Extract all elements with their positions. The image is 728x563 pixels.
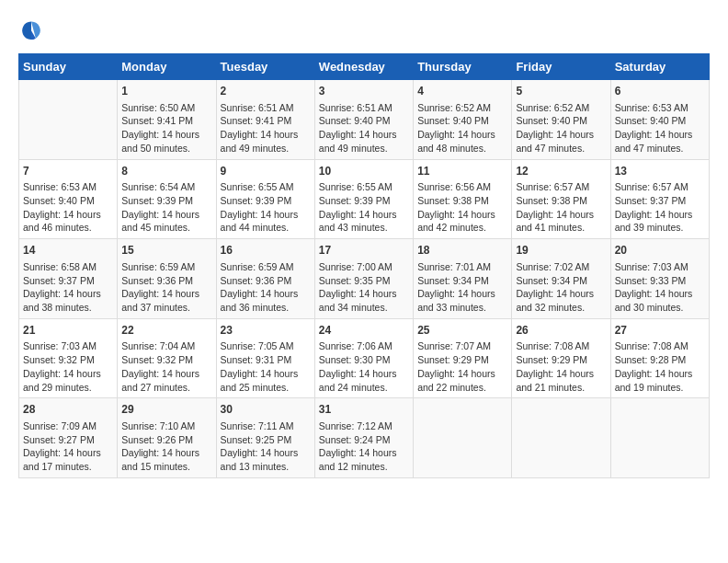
- day-info: Sunrise: 6:59 AM Sunset: 9:36 PM Dayligh…: [221, 260, 311, 315]
- calendar-cell: 2Sunrise: 6:51 AM Sunset: 9:41 PM Daylig…: [216, 80, 314, 160]
- calendar-cell: 18Sunrise: 7:01 AM Sunset: 9:34 PM Dayli…: [414, 239, 512, 319]
- day-info: Sunrise: 7:11 AM Sunset: 9:25 PM Dayligh…: [221, 419, 311, 474]
- day-number: 30: [221, 402, 311, 418]
- weekday-header-wednesday: Wednesday: [314, 54, 413, 80]
- day-number: 24: [319, 323, 409, 339]
- calendar-cell: 16Sunrise: 6:59 AM Sunset: 9:36 PM Dayli…: [216, 239, 314, 319]
- day-number: 11: [417, 164, 507, 179]
- calendar-cell: 23Sunrise: 7:05 AM Sunset: 9:31 PM Dayli…: [216, 318, 314, 398]
- day-number: 25: [417, 323, 507, 339]
- day-number: 19: [516, 243, 606, 259]
- day-number: 7: [23, 164, 113, 179]
- day-info: Sunrise: 6:51 AM Sunset: 9:41 PM Dayligh…: [221, 101, 311, 155]
- calendar-cell: 13Sunrise: 6:57 AM Sunset: 9:37 PM Dayli…: [610, 159, 709, 239]
- calendar-cell: 21Sunrise: 7:03 AM Sunset: 9:32 PM Dayli…: [19, 318, 118, 398]
- calendar-cell: 15Sunrise: 6:59 AM Sunset: 9:36 PM Dayli…: [118, 239, 216, 319]
- day-info: Sunrise: 7:08 AM Sunset: 9:28 PM Dayligh…: [615, 339, 705, 394]
- day-info: Sunrise: 7:03 AM Sunset: 9:33 PM Dayligh…: [615, 260, 705, 315]
- day-info: Sunrise: 7:03 AM Sunset: 9:32 PM Dayligh…: [23, 339, 113, 394]
- calendar-cell: [414, 398, 512, 478]
- calendar-cell: 25Sunrise: 7:07 AM Sunset: 9:29 PM Dayli…: [414, 318, 512, 398]
- calendar-cell: 1Sunrise: 6:50 AM Sunset: 9:41 PM Daylig…: [118, 80, 216, 160]
- day-number: 10: [319, 164, 409, 179]
- calendar-header-row: SundayMondayTuesdayWednesdayThursdayFrid…: [19, 54, 710, 80]
- day-number: 13: [615, 164, 705, 179]
- calendar-cell: 11Sunrise: 6:56 AM Sunset: 9:38 PM Dayli…: [414, 159, 512, 239]
- calendar-cell: 31Sunrise: 7:12 AM Sunset: 9:24 PM Dayli…: [314, 398, 413, 478]
- day-number: 22: [121, 323, 211, 339]
- day-number: 21: [23, 323, 113, 339]
- day-number: 18: [417, 243, 507, 259]
- day-number: 23: [221, 323, 311, 339]
- day-number: 6: [615, 84, 705, 99]
- weekday-header-thursday: Thursday: [414, 54, 512, 80]
- weekday-header-monday: Monday: [118, 54, 216, 80]
- calendar-cell: 27Sunrise: 7:08 AM Sunset: 9:28 PM Dayli…: [610, 318, 709, 398]
- day-info: Sunrise: 6:59 AM Sunset: 9:36 PM Dayligh…: [121, 260, 211, 315]
- day-info: Sunrise: 6:51 AM Sunset: 9:40 PM Dayligh…: [319, 101, 409, 155]
- calendar-cell: [19, 80, 118, 160]
- day-info: Sunrise: 7:04 AM Sunset: 9:32 PM Dayligh…: [121, 339, 211, 394]
- calendar-cell: 6Sunrise: 6:53 AM Sunset: 9:40 PM Daylig…: [610, 80, 709, 160]
- calendar-cell: 12Sunrise: 6:57 AM Sunset: 9:38 PM Dayli…: [512, 159, 610, 239]
- day-info: Sunrise: 6:55 AM Sunset: 9:39 PM Dayligh…: [221, 180, 311, 235]
- day-number: 3: [319, 84, 409, 99]
- day-info: Sunrise: 7:12 AM Sunset: 9:24 PM Dayligh…: [319, 419, 409, 474]
- day-number: 16: [221, 243, 311, 259]
- day-number: 27: [615, 323, 705, 339]
- day-info: Sunrise: 7:08 AM Sunset: 9:29 PM Dayligh…: [516, 339, 606, 394]
- calendar-cell: 19Sunrise: 7:02 AM Sunset: 9:34 PM Dayli…: [512, 239, 610, 319]
- day-number: 29: [121, 402, 211, 418]
- day-info: Sunrise: 7:01 AM Sunset: 9:34 PM Dayligh…: [417, 260, 507, 315]
- calendar-cell: 24Sunrise: 7:06 AM Sunset: 9:30 PM Dayli…: [314, 318, 413, 398]
- day-info: Sunrise: 6:56 AM Sunset: 9:38 PM Dayligh…: [417, 180, 507, 235]
- day-info: Sunrise: 6:54 AM Sunset: 9:39 PM Dayligh…: [121, 180, 211, 235]
- calendar-cell: [512, 398, 610, 478]
- calendar-cell: 29Sunrise: 7:10 AM Sunset: 9:26 PM Dayli…: [118, 398, 216, 478]
- day-number: 17: [319, 243, 409, 259]
- day-info: Sunrise: 7:09 AM Sunset: 9:27 PM Dayligh…: [23, 419, 113, 474]
- day-info: Sunrise: 7:02 AM Sunset: 9:34 PM Dayligh…: [516, 260, 606, 315]
- weekday-header-saturday: Saturday: [610, 54, 709, 80]
- calendar-cell: 20Sunrise: 7:03 AM Sunset: 9:33 PM Dayli…: [610, 239, 709, 319]
- day-info: Sunrise: 6:50 AM Sunset: 9:41 PM Dayligh…: [121, 101, 211, 155]
- day-info: Sunrise: 7:10 AM Sunset: 9:26 PM Dayligh…: [121, 419, 211, 474]
- calendar-week-row: 1Sunrise: 6:50 AM Sunset: 9:41 PM Daylig…: [19, 80, 710, 160]
- calendar-cell: 30Sunrise: 7:11 AM Sunset: 9:25 PM Dayli…: [216, 398, 314, 478]
- day-number: 5: [516, 84, 606, 99]
- day-info: Sunrise: 7:00 AM Sunset: 9:35 PM Dayligh…: [319, 260, 409, 315]
- calendar-week-row: 21Sunrise: 7:03 AM Sunset: 9:32 PM Dayli…: [19, 318, 710, 398]
- page-header: [18, 18, 710, 44]
- calendar-week-row: 14Sunrise: 6:58 AM Sunset: 9:37 PM Dayli…: [19, 239, 710, 319]
- day-info: Sunrise: 6:52 AM Sunset: 9:40 PM Dayligh…: [417, 101, 507, 155]
- calendar-cell: 17Sunrise: 7:00 AM Sunset: 9:35 PM Dayli…: [314, 239, 413, 319]
- day-info: Sunrise: 6:52 AM Sunset: 9:40 PM Dayligh…: [516, 101, 606, 155]
- calendar-cell: 26Sunrise: 7:08 AM Sunset: 9:29 PM Dayli…: [512, 318, 610, 398]
- day-number: 2: [221, 84, 311, 99]
- day-info: Sunrise: 7:07 AM Sunset: 9:29 PM Dayligh…: [417, 339, 507, 394]
- day-info: Sunrise: 7:06 AM Sunset: 9:30 PM Dayligh…: [319, 339, 409, 394]
- day-number: 15: [121, 243, 211, 259]
- logo-icon: [18, 18, 44, 44]
- day-info: Sunrise: 6:55 AM Sunset: 9:39 PM Dayligh…: [319, 180, 409, 235]
- logo: [18, 18, 48, 44]
- day-info: Sunrise: 6:58 AM Sunset: 9:37 PM Dayligh…: [23, 260, 113, 315]
- day-number: 12: [516, 164, 606, 179]
- calendar-cell: [610, 398, 709, 478]
- day-number: 14: [23, 243, 113, 259]
- day-info: Sunrise: 6:53 AM Sunset: 9:40 PM Dayligh…: [23, 180, 113, 235]
- day-number: 26: [516, 323, 606, 339]
- calendar-week-row: 28Sunrise: 7:09 AM Sunset: 9:27 PM Dayli…: [19, 398, 710, 478]
- day-info: Sunrise: 6:53 AM Sunset: 9:40 PM Dayligh…: [615, 101, 705, 155]
- day-info: Sunrise: 6:57 AM Sunset: 9:38 PM Dayligh…: [516, 180, 606, 235]
- calendar-cell: 7Sunrise: 6:53 AM Sunset: 9:40 PM Daylig…: [19, 159, 118, 239]
- calendar-cell: 22Sunrise: 7:04 AM Sunset: 9:32 PM Dayli…: [118, 318, 216, 398]
- calendar-cell: 10Sunrise: 6:55 AM Sunset: 9:39 PM Dayli…: [314, 159, 413, 239]
- day-info: Sunrise: 6:57 AM Sunset: 9:37 PM Dayligh…: [615, 180, 705, 235]
- calendar-week-row: 7Sunrise: 6:53 AM Sunset: 9:40 PM Daylig…: [19, 159, 710, 239]
- calendar-cell: 14Sunrise: 6:58 AM Sunset: 9:37 PM Dayli…: [19, 239, 118, 319]
- day-info: Sunrise: 7:05 AM Sunset: 9:31 PM Dayligh…: [221, 339, 311, 394]
- day-number: 4: [417, 84, 507, 99]
- day-number: 8: [121, 164, 211, 179]
- calendar-cell: 3Sunrise: 6:51 AM Sunset: 9:40 PM Daylig…: [314, 80, 413, 160]
